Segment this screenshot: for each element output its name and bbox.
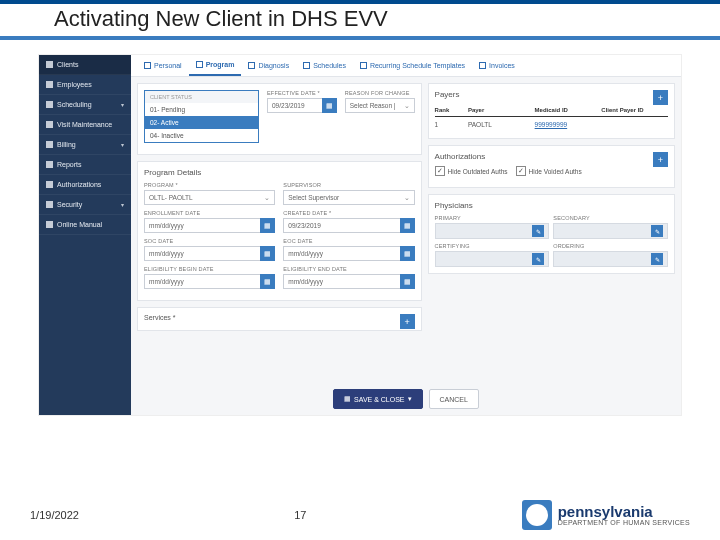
services-title: Services * xyxy=(144,314,176,321)
gear-icon xyxy=(46,181,53,188)
status-option[interactable]: 02- Active xyxy=(145,116,258,129)
sidebar-item-employees[interactable]: Employees xyxy=(39,75,131,95)
calendar-icon[interactable]: ▦ xyxy=(400,218,415,233)
reason-select[interactable]: Select Reason | xyxy=(345,98,415,113)
check-icon xyxy=(46,121,53,128)
physicians-panel: Physicians PRIMARY✎ SECONDARY✎ CERTIFYIN… xyxy=(428,194,675,274)
elig-end-date-input[interactable]: mm/dd/yyyy xyxy=(283,274,399,289)
tab-icon xyxy=(303,62,310,69)
sidebar-item-online-manual[interactable]: Online Manual xyxy=(39,215,131,235)
program-select[interactable]: OLTL- PAOLTL xyxy=(144,190,275,205)
dept-logo: pennsylvania DEPARTMENT OF HUMAN SERVICE… xyxy=(522,500,690,530)
right-column: Payers + Rank Payer Medicaid ID Client P… xyxy=(428,83,675,377)
sidebar-item-reports[interactable]: Reports xyxy=(39,155,131,175)
eoc-date-input[interactable]: mm/dd/yyyy xyxy=(283,246,399,261)
sidebar-item-scheduling[interactable]: Scheduling▾ xyxy=(39,95,131,115)
add-service-button[interactable]: + xyxy=(400,314,415,329)
calendar-icon[interactable]: ▦ xyxy=(322,98,337,113)
tab-icon xyxy=(196,61,203,68)
tab-personal[interactable]: Personal xyxy=(137,55,189,76)
main-panel: PersonalProgramDiagnosisSchedulesRecurri… xyxy=(131,55,681,415)
sidebar-item-billing[interactable]: Billing▾ xyxy=(39,135,131,155)
payers-title: Payers xyxy=(435,90,668,99)
client-status-dropdown[interactable]: Client Status 01- Pending02- Active04- I… xyxy=(144,90,259,143)
supervisor-select[interactable]: Select Supervisor xyxy=(283,190,414,205)
auth-title: Authorizations xyxy=(435,152,668,161)
sidebar-item-authorizations[interactable]: Authorizations xyxy=(39,175,131,195)
slide-footer: 1/19/2022 17 pennsylvania DEPARTMENT OF … xyxy=(30,500,690,530)
lock-icon xyxy=(46,201,53,208)
add-payer-button[interactable]: + xyxy=(653,90,668,105)
tab-icon xyxy=(360,62,367,69)
slide-title-bar: Activating New Client in DHS EVV xyxy=(0,0,720,40)
created-date-input[interactable]: 09/23/2019 xyxy=(283,218,399,233)
status-option[interactable]: 01- Pending xyxy=(145,103,258,116)
book-icon xyxy=(46,221,53,228)
sidebar: ClientsEmployeesScheduling▾Visit Mainten… xyxy=(39,55,131,415)
footer-date: 1/19/2022 xyxy=(30,509,79,521)
sidebar-item-visit-maintenance[interactable]: Visit Maintenance xyxy=(39,115,131,135)
left-column: Client Status 01- Pending02- Active04- I… xyxy=(137,83,422,377)
hide-outdated-checkbox[interactable]: Hide Outdated Auths xyxy=(435,166,508,176)
seal-icon xyxy=(522,500,552,530)
chevron-down-icon: ▾ xyxy=(121,141,124,148)
status-option[interactable]: 04- Inactive xyxy=(145,129,258,142)
tab-recurring-schedule-templates[interactable]: Recurring Schedule Templates xyxy=(353,55,472,76)
app-screenshot: ClientsEmployeesScheduling▾Visit Mainten… xyxy=(38,54,682,416)
hide-voided-checkbox[interactable]: Hide Voided Auths xyxy=(516,166,582,176)
calendar-icon[interactable]: ▦ xyxy=(260,218,275,233)
calendar-icon xyxy=(46,101,53,108)
tabs: PersonalProgramDiagnosisSchedulesRecurri… xyxy=(131,55,681,77)
calendar-icon[interactable]: ▦ xyxy=(400,274,415,289)
calendar-icon[interactable]: ▦ xyxy=(260,246,275,261)
reason-label: REASON FOR CHANGE xyxy=(345,90,415,96)
client-status-label: Client Status xyxy=(145,91,258,103)
payer-row[interactable]: 1 PAOLTL 999999999 xyxy=(435,117,668,132)
certifying-physician-box[interactable]: ✎ xyxy=(435,251,550,267)
tab-schedules[interactable]: Schedules xyxy=(296,55,353,76)
slide-title: Activating New Client in DHS EVV xyxy=(0,4,720,36)
tab-icon xyxy=(248,62,255,69)
enrollment-date-input[interactable]: mm/dd/yyyy xyxy=(144,218,260,233)
effective-date-label: EFFECTIVE DATE * xyxy=(267,90,337,96)
payers-panel: Payers + Rank Payer Medicaid ID Client P… xyxy=(428,83,675,139)
effective-date-input[interactable]: 09/23/2019 xyxy=(267,98,322,113)
ordering-physician-box[interactable]: ✎ xyxy=(553,251,668,267)
chevron-down-icon: ▾ xyxy=(121,101,124,108)
authorizations-panel: Authorizations + Hide Outdated Auths Hid… xyxy=(428,145,675,188)
tab-icon xyxy=(479,62,486,69)
status-panel: Client Status 01- Pending02- Active04- I… xyxy=(137,83,422,155)
footer-page: 17 xyxy=(294,509,306,521)
edit-icon[interactable]: ✎ xyxy=(651,225,663,237)
payers-header: Rank Payer Medicaid ID Client Payer ID xyxy=(435,104,668,117)
arrow-icon xyxy=(30,10,40,22)
tab-invoices[interactable]: Invoices xyxy=(472,55,522,76)
edit-icon[interactable]: ✎ xyxy=(651,253,663,265)
card-icon xyxy=(46,141,53,148)
tab-diagnosis[interactable]: Diagnosis xyxy=(241,55,296,76)
save-close-button[interactable]: ▦ SAVE & CLOSE ▾ xyxy=(333,389,422,409)
chart-icon xyxy=(46,161,53,168)
chevron-down-icon: ▾ xyxy=(121,201,124,208)
users-icon xyxy=(46,61,53,68)
tab-program[interactable]: Program xyxy=(189,55,242,76)
sidebar-item-security[interactable]: Security▾ xyxy=(39,195,131,215)
primary-physician-box[interactable]: ✎ xyxy=(435,223,550,239)
action-bar: ▦ SAVE & CLOSE ▾ CANCEL xyxy=(131,383,681,415)
content-area: Client Status 01- Pending02- Active04- I… xyxy=(131,77,681,383)
calendar-icon[interactable]: ▦ xyxy=(260,274,275,289)
tab-icon xyxy=(144,62,151,69)
calendar-icon[interactable]: ▦ xyxy=(400,246,415,261)
soc-date-input[interactable]: mm/dd/yyyy xyxy=(144,246,260,261)
program-details-panel: Program Details PROGRAM *OLTL- PAOLTL SU… xyxy=(137,161,422,301)
elig-begin-date-input[interactable]: mm/dd/yyyy xyxy=(144,274,260,289)
cancel-button[interactable]: CANCEL xyxy=(429,389,479,409)
title-underline xyxy=(0,36,720,40)
program-details-title: Program Details xyxy=(144,168,415,177)
edit-icon[interactable]: ✎ xyxy=(532,225,544,237)
idcard-icon xyxy=(46,81,53,88)
sidebar-item-clients[interactable]: Clients xyxy=(39,55,131,75)
edit-icon[interactable]: ✎ xyxy=(532,253,544,265)
add-auth-button[interactable]: + xyxy=(653,152,668,167)
secondary-physician-box[interactable]: ✎ xyxy=(553,223,668,239)
